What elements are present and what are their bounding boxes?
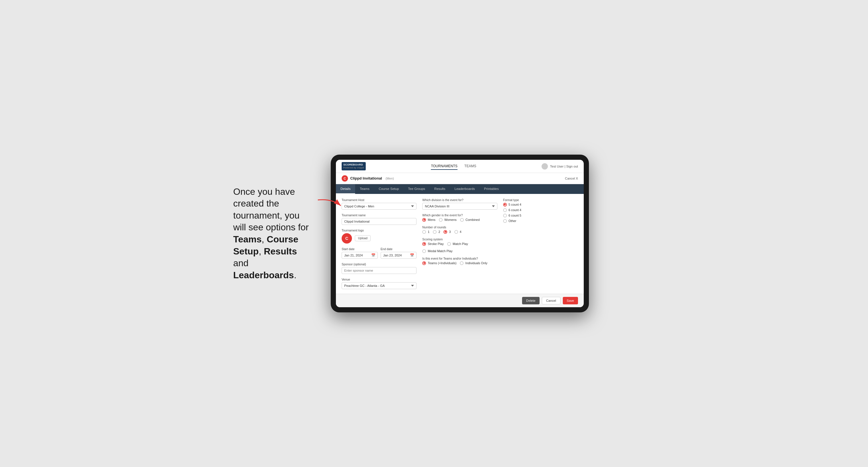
calendar-icon-end: 📅 <box>410 253 414 257</box>
tournament-host-select[interactable]: Clippd College - Men <box>342 203 416 210</box>
individuals-only[interactable]: Individuals Only <box>460 261 487 265</box>
rounds-4[interactable]: 4 <box>454 230 462 234</box>
subnav-printables[interactable]: Printables <box>479 184 503 194</box>
tablet-screen: SCOREBOARD Powered by clippd TOURNAMENTS… <box>336 160 584 307</box>
tournament-logo-label: Tournament logo <box>342 229 416 232</box>
gender-label: Which gender is the event for? <box>422 214 497 217</box>
start-date-group: Start date 📅 <box>342 248 378 259</box>
calendar-icon: 📅 <box>371 253 375 257</box>
rounds-4-label: 4 <box>460 230 462 234</box>
main-nav: TOURNAMENTS TEAMS <box>431 163 476 170</box>
tournament-name-group: Tournament name <box>342 214 416 225</box>
start-date-wrapper: 📅 <box>342 252 378 259</box>
radio-6count5 <box>503 214 507 217</box>
teams-plus-label: Teams (+Individuals) <box>428 261 456 265</box>
format-6count5[interactable]: 6 count 5 <box>503 214 578 217</box>
tournament-title-area: C Clippd Invitational (Men) <box>342 175 394 182</box>
gender-mens-label: Mens <box>428 218 435 221</box>
teams-plus-individuals[interactable]: Teams (+Individuals) <box>422 261 456 265</box>
nav-teams[interactable]: TEAMS <box>464 163 476 170</box>
radio-medal <box>422 249 426 253</box>
tournament-host-group: Tournament Host Clippd College - Men <box>342 198 416 210</box>
format-6count5-label: 6 count 5 <box>508 214 522 217</box>
sponsor-group: Sponsor (optional) <box>342 263 416 274</box>
radio-stroke <box>422 242 426 246</box>
gender-womens-label: Womens <box>444 218 457 221</box>
sponsor-input[interactable] <box>342 267 416 274</box>
scoring-stroke[interactable]: Stroke Play <box>422 242 444 246</box>
gender-combined[interactable]: Combined <box>460 218 480 222</box>
logo-text: SCOREBOARD <box>343 163 364 166</box>
rounds-label: Number of rounds <box>422 226 497 229</box>
format-6count4-label: 6 count 4 <box>508 208 522 212</box>
tournament-subtitle: (Men) <box>385 177 394 180</box>
division-group: Which division is the event for? NCAA Di… <box>422 198 497 210</box>
format-group: Format type 5 count 4 6 count 4 <box>503 198 578 223</box>
radio-combined <box>460 218 464 222</box>
gender-mens[interactable]: Mens <box>422 218 435 222</box>
gender-combined-label: Combined <box>466 218 480 221</box>
logo-area: SCOREBOARD Powered by clippd <box>342 162 366 170</box>
scoring-medal[interactable]: Medal Match Play <box>422 249 452 253</box>
radio-mens <box>422 218 426 222</box>
venue-select[interactable]: Peachtree GC - Atlanta - GA <box>342 282 416 289</box>
subnav-details[interactable]: Details <box>336 184 355 194</box>
upload-button[interactable]: Upload <box>355 235 371 241</box>
app-header: SCOREBOARD Powered by clippd TOURNAMENTS… <box>336 160 584 173</box>
end-date-wrapper: 📅 <box>381 252 417 259</box>
tournament-name: Clippd Invitational <box>350 176 382 181</box>
rounds-1-label: 1 <box>428 230 429 234</box>
nav-tournaments[interactable]: TOURNAMENTS <box>431 163 457 170</box>
tournament-name-label: Tournament name <box>342 214 416 217</box>
individuals-only-label: Individuals Only <box>465 261 487 265</box>
delete-button[interactable]: Delete <box>522 297 539 304</box>
rounds-2[interactable]: 2 <box>433 230 440 234</box>
cancel-button[interactable]: Cancel <box>542 297 560 304</box>
rounds-3[interactable]: 3 <box>443 230 451 234</box>
venue-label: Venue <box>342 278 416 281</box>
radio-rounds-1 <box>422 230 426 234</box>
form-column-3: Format type 5 count 4 6 count 4 <box>503 198 578 289</box>
tournament-host-label: Tournament Host <box>342 198 416 201</box>
format-options: 5 count 4 6 count 4 6 count 5 <box>503 203 578 223</box>
rounds-2-label: 2 <box>438 230 440 234</box>
tournament-logo-group: Tournament logo C Upload <box>342 229 416 244</box>
form-area: Tournament Host Clippd College - Men Tou… <box>336 194 584 294</box>
subnav-tee-groups[interactable]: Tee Groups <box>404 184 430 194</box>
subnav-leaderboards[interactable]: Leaderboards <box>450 184 479 194</box>
scoring-match[interactable]: Match Play <box>447 242 468 246</box>
scoring-label: Scoring system <box>422 238 497 241</box>
sponsor-label: Sponsor (optional) <box>342 263 416 266</box>
rounds-options: 1 2 3 4 <box>422 230 497 234</box>
save-button[interactable]: Save <box>563 297 578 304</box>
tournament-name-input[interactable] <box>342 218 416 225</box>
format-6count4[interactable]: 6 count 4 <box>503 208 578 212</box>
format-5count4-label: 5 count 4 <box>508 203 522 206</box>
end-date-group: End date 📅 <box>381 248 417 259</box>
subnav-course-setup[interactable]: Course Setup <box>374 184 403 194</box>
form-column-2: Which division is the event for? NCAA Di… <box>422 198 497 289</box>
format-label: Format type <box>503 198 578 201</box>
user-avatar <box>541 163 548 169</box>
gender-options: Mens Womens Combined <box>422 218 497 222</box>
rounds-1[interactable]: 1 <box>422 230 429 234</box>
gender-womens[interactable]: Womens <box>439 218 457 222</box>
user-info[interactable]: Test User | Sign out <box>550 165 578 168</box>
teams-options: Teams (+Individuals) Individuals Only <box>422 261 497 265</box>
radio-5count4 <box>503 203 507 207</box>
division-label: Which division is the event for? <box>422 198 497 201</box>
division-select[interactable]: NCAA Division III <box>422 203 497 210</box>
tournament-bar: C Clippd Invitational (Men) Cancel X <box>336 173 584 184</box>
cancel-x-button[interactable]: Cancel X <box>565 177 578 180</box>
radio-rounds-2 <box>433 230 437 234</box>
logo-preview: C <box>342 233 352 244</box>
subnav-results[interactable]: Results <box>430 184 450 194</box>
radio-rounds-3 <box>443 230 447 234</box>
radio-other <box>503 219 507 223</box>
format-5count4[interactable]: 5 count 4 <box>503 203 578 207</box>
format-other[interactable]: Other <box>503 219 578 223</box>
scoring-group: Scoring system Stroke Play Match Play <box>422 238 497 253</box>
radio-rounds-4 <box>454 230 458 234</box>
dates-row: Start date 📅 End date 📅 <box>342 248 416 259</box>
subnav-teams[interactable]: Teams <box>355 184 374 194</box>
